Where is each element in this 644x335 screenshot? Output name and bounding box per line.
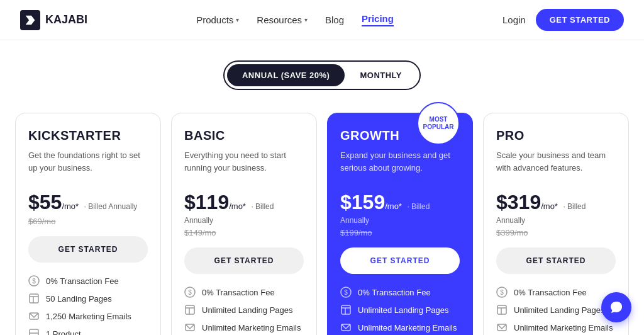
price-main: $159/mo* (340, 191, 402, 213)
features-list: $ 0% Transaction Fee Unlimited Landing P… (340, 287, 460, 335)
pricing-cards: KICKSTARTER Get the foundations right to… (15, 113, 629, 335)
original-price: $69/mo (28, 217, 148, 226)
brand-name: KAJABI (45, 13, 87, 26)
feature-item: Unlimited Marketing Emails (340, 322, 460, 333)
layout-icon (184, 304, 196, 315)
svg-marker-0 (26, 15, 35, 25)
price-row: $319/mo* · Billed Annually (496, 191, 616, 225)
dollar-icon: $ (184, 287, 196, 298)
nav-pricing[interactable]: Pricing (362, 13, 394, 26)
feature-item: $ 0% Transaction Fee (184, 287, 304, 298)
logo-icon (20, 10, 40, 30)
plan-cta-button[interactable]: GET STARTED (28, 236, 148, 263)
plan-cta-button[interactable]: GET STARTED (340, 247, 460, 274)
price-row: $159/mo* · Billed Annually (340, 191, 460, 225)
svg-rect-7 (30, 329, 38, 335)
plan-description: Expand your business and get serious abo… (340, 149, 460, 181)
layout-icon (496, 304, 508, 315)
products-chevron-icon: ▾ (236, 16, 239, 23)
pricing-card-basic: BASIC Everything you need to start runni… (171, 113, 317, 335)
feature-item: Unlimited Landing Pages (496, 304, 616, 315)
pricing-card-kickstarter: KICKSTARTER Get the foundations right to… (15, 113, 161, 335)
layout-icon (340, 304, 352, 315)
resources-chevron-icon: ▾ (304, 16, 308, 23)
login-link[interactable]: Login (502, 14, 526, 25)
nav-right: Login GET STARTED (502, 9, 624, 31)
feature-item: 50 Landing Pages (28, 293, 148, 304)
features-list: $ 0% Transaction Fee Unlimited Landing P… (496, 287, 616, 335)
plan-cta-button[interactable]: GET STARTED (184, 247, 304, 274)
svg-text:$: $ (188, 289, 192, 296)
box-icon (28, 328, 40, 335)
nav-get-started-button[interactable]: GET STARTED (536, 9, 624, 31)
price-main: $319/mo* (496, 191, 558, 213)
plan-description: Get the foundations right to set up your… (28, 149, 148, 181)
annual-toggle-button[interactable]: ANNUAL (SAVE 20%) (227, 64, 345, 86)
dollar-icon: $ (496, 287, 508, 298)
layout-icon (28, 293, 40, 304)
dollar-icon: $ (340, 287, 352, 298)
feature-item: $ 0% Transaction Fee (496, 287, 616, 298)
nav-resources[interactable]: Resources ▾ (257, 14, 308, 25)
navbar: KAJABI Products ▾ Resources ▾ Blog Prici… (0, 0, 644, 40)
most-popular-badge: Most POPULAR (417, 102, 460, 145)
original-price: $399/mo (496, 228, 616, 237)
feature-item: 1,250 Marketing Emails (28, 310, 148, 322)
email-icon (496, 322, 508, 333)
original-price: $149/mo (184, 228, 304, 237)
nav-links: Products ▾ Resources ▾ Blog Pricing (196, 13, 394, 26)
feature-item: Unlimited Landing Pages (184, 304, 304, 315)
svg-text:$: $ (32, 278, 36, 285)
toggle-pill: ANNUAL (SAVE 20%) MONTHLY (223, 60, 421, 90)
dollar-icon: $ (28, 275, 40, 287)
feature-item: $ 0% Transaction Fee (340, 287, 460, 298)
main-content: ANNUAL (SAVE 20%) MONTHLY KICKSTARTER Ge… (0, 40, 644, 335)
monthly-toggle-button[interactable]: MONTHLY (345, 64, 417, 86)
svg-rect-3 (30, 294, 38, 303)
plan-description: Scale your business and team with advanc… (496, 149, 616, 181)
feature-item: Unlimited Marketing Emails (184, 322, 304, 333)
features-list: $ 0% Transaction Fee 50 Landing Pages 1,… (28, 275, 148, 335)
svg-text:$: $ (500, 289, 504, 296)
price-row: $55/mo* · Billed Annually (28, 191, 148, 214)
plan-title: PRO (496, 128, 616, 143)
plan-description: Everything you need to start running you… (184, 149, 304, 181)
feature-item: 1 Product (28, 328, 148, 335)
original-price: $199/mo (340, 228, 460, 237)
feature-item: $ 0% Transaction Fee (28, 275, 148, 287)
features-list: $ 0% Transaction Fee Unlimited Landing P… (184, 287, 304, 335)
price-row: $119/mo* · Billed Annually (184, 191, 304, 225)
billing-toggle: ANNUAL (SAVE 20%) MONTHLY (15, 60, 629, 90)
nav-products[interactable]: Products ▾ (196, 14, 239, 25)
price-main: $119/mo* (184, 191, 246, 213)
svg-rect-27 (497, 305, 506, 314)
nav-blog[interactable]: Blog (325, 14, 344, 25)
pricing-card-growth: Most POPULAR GROWTH Expand your business… (327, 113, 473, 335)
feature-item: Unlimited Marketing Emails (496, 322, 616, 333)
email-icon (340, 322, 352, 333)
logo[interactable]: KAJABI (20, 10, 87, 30)
feature-item: Unlimited Landing Pages (340, 304, 460, 315)
chat-fab-button[interactable] (601, 292, 631, 322)
billing-note: · Billed Annually (84, 202, 138, 211)
plan-cta-button[interactable]: GET STARTED (496, 247, 616, 274)
svg-rect-19 (341, 305, 350, 314)
email-icon (28, 310, 40, 322)
plan-title: KICKSTARTER (28, 128, 148, 143)
email-icon (184, 322, 196, 333)
svg-text:$: $ (344, 289, 348, 296)
svg-rect-11 (186, 305, 194, 314)
price-main: $55/mo* (28, 191, 79, 213)
plan-title: BASIC (184, 128, 304, 143)
